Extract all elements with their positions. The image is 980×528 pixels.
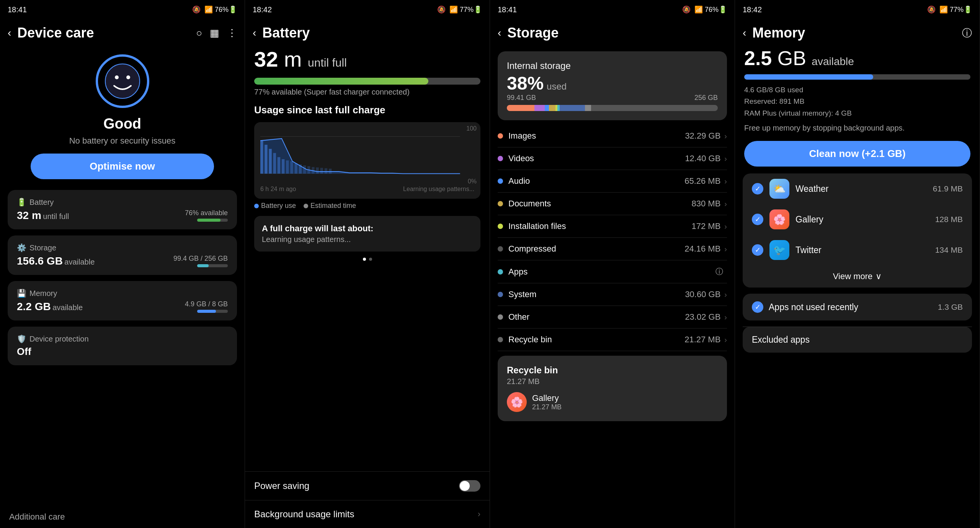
battery-avail: 77% available (Super fast charger connec… bbox=[254, 88, 480, 96]
videos-dot bbox=[498, 156, 503, 161]
panel-battery: 18:42 🔕 📶 77%🔋 ‹ Battery 32 m until full… bbox=[245, 0, 490, 528]
gallery-app-size: 128 MB bbox=[935, 215, 963, 224]
storage-label: ⚙️ Storage bbox=[17, 243, 228, 252]
dot-1 bbox=[363, 258, 366, 261]
header-icons-4: ⓘ bbox=[962, 26, 972, 40]
apps-section-card: ✓ ⛅ Weather 61.9 MB ✓ 🌸 Gallery 128 MB ✓… bbox=[743, 173, 972, 288]
legend-time: Estimated time bbox=[304, 202, 356, 210]
svg-rect-18 bbox=[307, 166, 310, 173]
dot-2 bbox=[369, 258, 372, 261]
battery-label: 🔋 Battery bbox=[17, 198, 228, 207]
back-icon-3[interactable]: ‹ bbox=[498, 27, 501, 39]
memory-label: 💾 Memory bbox=[17, 289, 228, 298]
storage-value: 156.6 GB available bbox=[17, 255, 95, 267]
power-saving-toggle[interactable] bbox=[459, 480, 480, 492]
images-dot bbox=[498, 133, 503, 139]
app-row-weather[interactable]: ✓ ⛅ Weather 61.9 MB bbox=[743, 173, 972, 204]
bar-audio bbox=[545, 105, 549, 111]
memory-main: 2.2 GB available 4.9 GB / 8 GB bbox=[17, 300, 228, 313]
storage-row-audio[interactable]: Audio 65.26 MB › bbox=[498, 170, 727, 193]
memory-mini-bar bbox=[197, 310, 228, 313]
svg-rect-19 bbox=[312, 167, 314, 173]
svg-rect-23 bbox=[329, 169, 332, 174]
app-row-gallery[interactable]: ✓ 🌸 Gallery 128 MB bbox=[743, 204, 972, 235]
excluded-apps-card[interactable]: Excluded apps bbox=[743, 327, 972, 353]
recycle-section: Recycle bin 21.27 MB 🌸 Gallery 21.27 MB bbox=[498, 356, 727, 421]
storage-row-install[interactable]: Installation files 172 MB › bbox=[498, 215, 727, 238]
back-icon-1[interactable]: ‹ bbox=[8, 27, 11, 39]
battery-bar-big bbox=[254, 78, 480, 85]
more-icon-1[interactable]: ⋮ bbox=[227, 27, 237, 39]
info-icon-memory[interactable]: ⓘ bbox=[962, 26, 972, 40]
background-limits-item[interactable]: Background usage limits › bbox=[245, 500, 490, 528]
back-icon-4[interactable]: ‹ bbox=[743, 27, 746, 39]
svg-rect-10 bbox=[273, 153, 276, 174]
protection-label: 🛡️ Device protection bbox=[17, 334, 228, 343]
status-icons-2: 🔕 📶 77%🔋 bbox=[437, 5, 482, 14]
header-1: ‹ Device care ○ ▦ ⋮ bbox=[0, 19, 245, 47]
storage-pct-row: 38% used bbox=[507, 73, 718, 94]
twitter-app-name: Twitter bbox=[795, 245, 929, 255]
memory-stats: 4.6 GB/8 GB used Reserved: 891 MB RAM Pl… bbox=[735, 84, 980, 119]
chart-y-top: 100 bbox=[466, 125, 477, 132]
weather-app-icon: ⛅ bbox=[769, 179, 789, 199]
full-charge-title: A full charge will last about: bbox=[262, 224, 473, 234]
memory-bar bbox=[744, 74, 970, 80]
power-saving-item[interactable]: Power saving bbox=[245, 471, 490, 500]
storage-card[interactable]: ⚙️ Storage 156.6 GB available 99.4 GB / … bbox=[8, 235, 237, 275]
header-4: ‹ Memory ⓘ bbox=[735, 19, 980, 47]
storage-row-images[interactable]: Images 32.29 GB › bbox=[498, 125, 727, 147]
back-icon-2[interactable]: ‹ bbox=[253, 27, 256, 39]
chart-y-bottom: 0% bbox=[468, 178, 477, 185]
app-row-twitter[interactable]: ✓ 🐦 Twitter 134 MB bbox=[743, 235, 972, 265]
page-title-1: Device care bbox=[17, 25, 190, 41]
gallery-app-name: Gallery bbox=[795, 214, 929, 225]
storage-row-apps[interactable]: Apps ⓘ bbox=[498, 260, 727, 283]
chevron-other: › bbox=[724, 313, 727, 322]
storage-row-recycle[interactable]: Recycle bin 21.27 MB › bbox=[498, 329, 727, 351]
storage-row-other[interactable]: Other 23.02 GB › bbox=[498, 306, 727, 329]
audio-dot bbox=[498, 178, 503, 184]
excluded-apps-row[interactable]: Excluded apps bbox=[743, 327, 972, 353]
view-more-button[interactable]: View more ∨ bbox=[743, 265, 972, 288]
bar-videos bbox=[534, 105, 545, 111]
optimise-button[interactable]: Optimise now bbox=[31, 154, 214, 179]
chevron-install: › bbox=[724, 222, 727, 231]
internal-storage-title: Internal storage bbox=[507, 60, 718, 71]
status-time-3: 18:41 bbox=[498, 5, 517, 14]
power-saving-label: Power saving bbox=[254, 481, 309, 491]
weather-app-size: 61.9 MB bbox=[933, 184, 963, 193]
storage-row-system[interactable]: System 30.60 GB › bbox=[498, 283, 727, 306]
chevron-docs: › bbox=[724, 199, 727, 208]
header-icons-1: ○ ▦ ⋮ bbox=[196, 27, 237, 39]
weather-check: ✓ bbox=[752, 183, 763, 195]
battery-card[interactable]: 🔋 Battery 32 m until full 76% available bbox=[8, 190, 237, 229]
chevron-down-icon: ∨ bbox=[875, 271, 882, 281]
docs-dot bbox=[498, 201, 503, 206]
usage-title: Usage since last full charge bbox=[254, 104, 480, 116]
chart-label-right: Learning usage patterns... bbox=[403, 186, 474, 193]
memory-card[interactable]: 💾 Memory 2.2 GB available 4.9 GB / 8 GB bbox=[8, 281, 237, 320]
twitter-app-size: 134 MB bbox=[935, 245, 963, 255]
storage-row-videos[interactable]: Videos 12.40 GB › bbox=[498, 147, 727, 170]
status-icons-4: 🔕 📶 77%🔋 bbox=[927, 5, 972, 14]
search-icon-1[interactable]: ○ bbox=[196, 27, 202, 39]
clean-button[interactable]: Clean now (+2.1 GB) bbox=[744, 141, 970, 167]
protection-card[interactable]: 🛡️ Device protection Off bbox=[8, 327, 237, 365]
chart-icon-1[interactable]: ▦ bbox=[210, 27, 219, 39]
storage-pct-value: 38% bbox=[507, 73, 544, 94]
apps-not-used-check: ✓ bbox=[752, 301, 763, 313]
apps-not-used-card[interactable]: ✓ Apps not used recently 1.3 GB bbox=[743, 294, 972, 320]
battery-big-value: 32 m until full bbox=[254, 47, 480, 72]
memory-desc: Free up memory by stopping background ap… bbox=[735, 119, 980, 137]
status-bar-2: 18:42 🔕 📶 77%🔋 bbox=[245, 0, 490, 19]
device-care-hero: Good No battery or security issues Optim… bbox=[0, 47, 245, 187]
storage-row-compressed[interactable]: Compressed 24.16 MB › bbox=[498, 238, 727, 260]
chart-legend: Battery use Estimated time bbox=[254, 202, 480, 210]
chart-labels: 6 h 24 m ago Learning usage patterns... bbox=[260, 186, 474, 193]
header-3: ‹ Storage bbox=[490, 19, 735, 47]
install-dot bbox=[498, 224, 503, 229]
twitter-app-icon: 🐦 bbox=[769, 240, 789, 260]
storage-row-docs[interactable]: Documents 830 MB › bbox=[498, 193, 727, 215]
battery-bar-container: 76% available bbox=[185, 209, 228, 222]
